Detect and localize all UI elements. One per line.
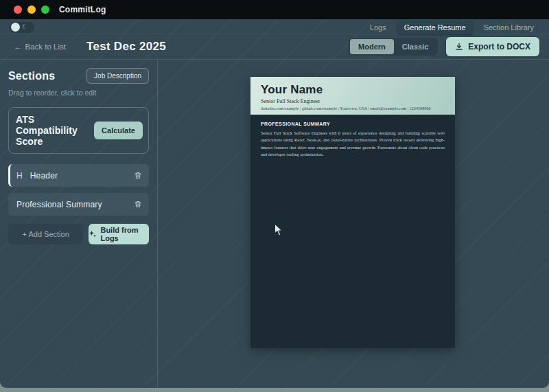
export-docx-button[interactable]: Export to DOCX bbox=[446, 37, 539, 56]
nav-item-section-library[interactable]: Section Library bbox=[477, 21, 541, 34]
nav-items: Logs Generate Resume Section Library bbox=[363, 21, 541, 34]
toggle-knob bbox=[11, 23, 20, 32]
resume-section-text: Senior Full Stack Software Engineer with… bbox=[261, 130, 445, 158]
resume-job-title: Senior Full Stack Engineer bbox=[261, 98, 445, 104]
page-title: Test Dec 2025 bbox=[86, 40, 166, 54]
ats-score-label: ATS Compatibility Score bbox=[16, 114, 94, 147]
section-prefix: H bbox=[16, 171, 23, 181]
resume-contact-line: linkedin.com/example | github.com/exampl… bbox=[261, 106, 445, 111]
sidebar-actions: + Add Section Build from Logs bbox=[8, 224, 149, 244]
back-arrow-icon: ← bbox=[14, 43, 22, 51]
toolbar-right: Modern Classic Export to DOCX bbox=[349, 37, 539, 56]
back-link-label: Back to List bbox=[25, 43, 66, 51]
section-list: H Header Professional Summary bbox=[8, 164, 149, 216]
job-description-button[interactable]: Job Description bbox=[86, 68, 149, 84]
trash-icon[interactable] bbox=[134, 171, 142, 180]
zoom-window-button[interactable] bbox=[41, 5, 49, 14]
minimize-window-button[interactable] bbox=[27, 5, 36, 14]
app-window: ☾ Logs Generate Resume Section Library ←… bbox=[0, 19, 549, 388]
resume-preview-area: Your Name Senior Full Stack Engineer lin… bbox=[158, 60, 549, 387]
template-classic-button[interactable]: Classic bbox=[394, 39, 437, 54]
moon-icon: ☾ bbox=[22, 24, 27, 30]
toolbar: ← Back to List Test Dec 2025 Modern Clas… bbox=[0, 34, 549, 60]
template-modern-button[interactable]: Modern bbox=[350, 39, 394, 54]
sparkles-icon bbox=[89, 230, 97, 238]
resume-page[interactable]: Your Name Senior Full Stack Engineer lin… bbox=[250, 77, 455, 348]
resume-name: Your Name bbox=[261, 83, 445, 97]
add-section-button[interactable]: + Add Section bbox=[8, 224, 83, 244]
section-item-header[interactable]: H Header bbox=[8, 164, 149, 187]
nav-item-generate-resume[interactable]: Generate Resume bbox=[397, 21, 473, 34]
drag-hint-text: Drag to reorder, click to edit bbox=[8, 89, 149, 97]
titlebar: CommitLog bbox=[0, 0, 549, 19]
trash-icon[interactable] bbox=[134, 200, 142, 209]
nav-item-logs[interactable]: Logs bbox=[363, 21, 393, 34]
build-from-logs-label: Build from Logs bbox=[100, 226, 149, 242]
section-item-label: Professional Summary bbox=[16, 200, 102, 209]
calculate-button[interactable]: Calculate bbox=[94, 122, 143, 139]
ats-score-card: ATS Compatibility Score Calculate bbox=[8, 107, 149, 154]
top-nav-bar: ☾ Logs Generate Resume Section Library bbox=[0, 19, 549, 34]
resume-section-heading: PROFESSIONAL SUMMARY bbox=[261, 122, 445, 126]
resume-body: PROFESSIONAL SUMMARY Senior Full Stack S… bbox=[250, 115, 455, 165]
main-content: Sections Job Description Drag to reorder… bbox=[0, 60, 549, 387]
template-switcher: Modern Classic bbox=[349, 38, 438, 56]
traffic-lights bbox=[14, 5, 49, 14]
sidebar-title: Sections bbox=[8, 70, 55, 82]
theme-toggle[interactable]: ☾ bbox=[10, 22, 34, 33]
download-icon bbox=[455, 43, 463, 51]
window-title: CommitLog bbox=[59, 5, 106, 14]
back-to-list-link[interactable]: ← Back to List bbox=[14, 43, 66, 51]
build-from-logs-button[interactable]: Build from Logs bbox=[89, 224, 149, 244]
resume-header-band: Your Name Senior Full Stack Engineer lin… bbox=[250, 77, 455, 115]
export-docx-label: Export to DOCX bbox=[468, 42, 530, 51]
close-window-button[interactable] bbox=[14, 5, 22, 14]
section-item-label: Header bbox=[30, 171, 58, 181]
sections-sidebar: Sections Job Description Drag to reorder… bbox=[0, 60, 158, 387]
section-item-professional-summary[interactable]: Professional Summary bbox=[8, 193, 149, 216]
